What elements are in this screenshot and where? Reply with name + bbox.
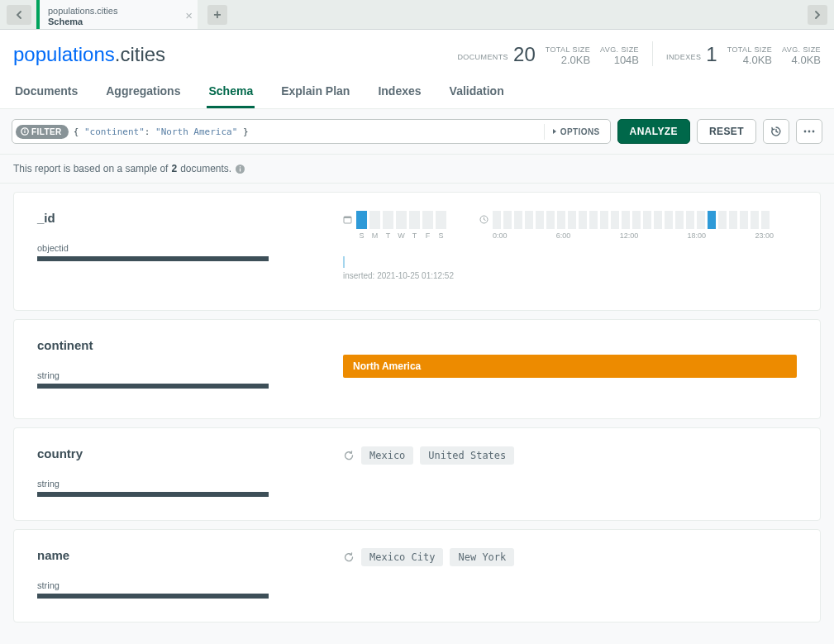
sample-count: 2 bbox=[171, 163, 177, 174]
field-type: string bbox=[37, 370, 310, 380]
refresh-icon[interactable] bbox=[343, 551, 355, 563]
indexes-label: INDEXES bbox=[666, 53, 701, 61]
field-type: string bbox=[37, 479, 310, 489]
options-button[interactable]: OPTIONS bbox=[544, 124, 607, 140]
documents-label: DOCUMENTS bbox=[457, 53, 508, 61]
schema-field-continent: continent string North America bbox=[13, 319, 821, 419]
sample-notice: This report is based on a sample of 2 do… bbox=[0, 155, 834, 184]
tabstrip-forward-button[interactable] bbox=[808, 5, 827, 25]
reset-button[interactable]: RESET bbox=[697, 119, 756, 144]
tab-documents[interactable]: Documents bbox=[13, 78, 79, 108]
query-bar: FILTER { "continent": "North America" } … bbox=[0, 109, 834, 155]
svg-point-3 bbox=[804, 131, 807, 133]
refresh-icon[interactable] bbox=[343, 450, 355, 461]
field-type: string bbox=[37, 580, 310, 590]
type-bar bbox=[37, 594, 269, 599]
field-name: name bbox=[37, 548, 310, 562]
content-tabs: Documents Aggregations Schema Explain Pl… bbox=[13, 78, 821, 108]
tab-populations-cities[interactable]: populations.cities Schema × bbox=[36, 0, 198, 29]
tabstrip-back-button[interactable] bbox=[7, 5, 31, 25]
schema-content[interactable]: _id objectid S M bbox=[0, 184, 834, 644]
history-icon bbox=[770, 126, 782, 137]
tab-explain-plan[interactable]: Explain Plan bbox=[279, 78, 351, 108]
field-name: continent bbox=[37, 338, 310, 352]
svg-rect-8 bbox=[240, 166, 241, 167]
value-chip[interactable]: New York bbox=[450, 548, 514, 566]
type-bar bbox=[37, 256, 269, 261]
info-icon[interactable] bbox=[235, 164, 245, 174]
type-bar bbox=[37, 492, 269, 497]
filter-input[interactable]: FILTER { "continent": "North America" } … bbox=[12, 119, 611, 144]
day-bars[interactable] bbox=[356, 211, 446, 229]
svg-rect-7 bbox=[240, 168, 241, 171]
calendar-icon bbox=[343, 215, 352, 226]
documents-count: 20 bbox=[513, 43, 536, 66]
field-name: _id bbox=[37, 211, 310, 225]
collection-stats: DOCUMENTS 20 TOTAL SIZE 2.0KB AVG. SIZE … bbox=[457, 41, 821, 66]
collection-name: cities bbox=[120, 43, 165, 65]
svg-rect-2 bbox=[24, 129, 25, 130]
close-icon[interactable]: × bbox=[185, 8, 193, 21]
analyze-button[interactable]: ANALYZE bbox=[617, 119, 690, 144]
collection-avg-size: 104B bbox=[600, 54, 639, 66]
value-chips: Mexico City New York bbox=[343, 548, 797, 566]
index-total-size: 4.0KB bbox=[727, 54, 772, 66]
tab-aggregations[interactable]: Aggregations bbox=[104, 78, 182, 108]
field-name: country bbox=[37, 446, 310, 460]
timeline-viz: S M T W T F S bbox=[343, 211, 797, 240]
schema-field-country: country string Mexico United States bbox=[13, 427, 821, 521]
more-options-button[interactable] bbox=[796, 119, 822, 144]
history-button[interactable] bbox=[763, 119, 789, 144]
indexes-count: 1 bbox=[706, 43, 717, 66]
tab-validation[interactable]: Validation bbox=[448, 78, 506, 108]
insertion-timeline[interactable] bbox=[343, 256, 797, 268]
inserted-timestamp: inserted: 2021-10-25 01:12:52 bbox=[343, 271, 797, 280]
value-chips: Mexico United States bbox=[343, 446, 797, 465]
database-name: populations bbox=[13, 43, 115, 65]
tab-schema[interactable]: Schema bbox=[207, 78, 255, 108]
hour-bars[interactable] bbox=[493, 211, 770, 229]
filter-pill: FILTER bbox=[16, 125, 69, 139]
svg-point-5 bbox=[813, 131, 815, 133]
schema-field-name: name string Mexico City New York bbox=[13, 529, 821, 623]
header: populations.cities DOCUMENTS 20 TOTAL SI… bbox=[0, 30, 834, 109]
tab-title: populations.cities bbox=[48, 6, 189, 16]
tab-indexes[interactable]: Indexes bbox=[376, 78, 422, 108]
svg-point-4 bbox=[808, 131, 811, 133]
index-avg-size: 4.0KB bbox=[782, 54, 821, 66]
caret-right-icon bbox=[551, 128, 558, 135]
svg-rect-1 bbox=[24, 131, 25, 133]
svg-rect-10 bbox=[344, 217, 351, 218]
tab-strip: populations.cities Schema × + bbox=[0, 0, 834, 30]
query-text: { "continent": "North America" } bbox=[74, 126, 249, 137]
tab-subtitle: Schema bbox=[48, 17, 189, 26]
collection-total-size: 2.0KB bbox=[546, 54, 590, 66]
ellipsis-icon bbox=[803, 130, 815, 133]
info-icon bbox=[21, 127, 29, 136]
value-chip[interactable]: Mexico bbox=[361, 446, 413, 465]
value-bar-north-america[interactable]: North America bbox=[343, 355, 797, 378]
type-bar bbox=[37, 384, 269, 389]
value-chip[interactable]: Mexico City bbox=[361, 548, 443, 566]
field-type: objectid bbox=[37, 243, 310, 253]
schema-field-id: _id objectid S M bbox=[13, 192, 821, 311]
new-tab-button[interactable]: + bbox=[207, 5, 227, 25]
clock-icon bbox=[479, 215, 488, 226]
value-chip[interactable]: United States bbox=[420, 446, 514, 465]
namespace-title: populations.cities bbox=[13, 43, 165, 66]
